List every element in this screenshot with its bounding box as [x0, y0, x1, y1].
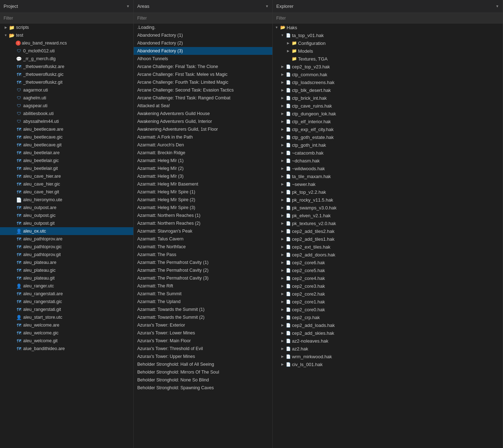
area-list-item[interactable]: Azarmatt: Heleg Mîr Spire (3): [134, 204, 272, 212]
project-tree-item[interactable]: 🛡abilitiesbook.uti: [0, 110, 133, 118]
explorer-tree-item[interactable]: 📄az2.hak: [273, 345, 503, 353]
area-list-item[interactable]: Arcane Challenge: Final Task: The Clone: [134, 63, 272, 71]
project-tree-item[interactable]: 🗺aleu_beetlecave.git: [0, 141, 133, 149]
area-list-item[interactable]: Azarmatt: Northern Reaches (1): [134, 212, 272, 219]
explorer-tree-item[interactable]: 📄cep2_core5.hak: [273, 266, 503, 274]
explorer-tree-item[interactable]: 📄az2-noleaves.hak: [273, 337, 503, 345]
explorer-tree-item[interactable]: 📄~catacomb.hak: [273, 149, 503, 157]
area-list-item[interactable]: Azarmatt: Heleg Mîr Spire (2): [134, 196, 272, 204]
area-list-item[interactable]: .Loading.: [134, 24, 272, 31]
explorer-tree-item[interactable]: 📄ctp_exp_elf_city.hak: [273, 125, 503, 133]
explorer-dropdown-arrow[interactable]: ▼: [496, 4, 499, 8]
explorer-tree-item[interactable]: 📄pk_elven_v2.1.hak: [273, 212, 503, 219]
project-tree-item[interactable]: 👤aleu_start_store.utc: [0, 313, 133, 321]
project-tree-item[interactable]: 🛡aaghelm.uti: [0, 94, 133, 102]
project-tree-item[interactable]: 🗺aleu_cave_hier.gic: [0, 180, 133, 188]
area-list-item[interactable]: Awakening Adventurers Guild, Interior: [134, 118, 272, 125]
explorer-tree-item[interactable]: 📄pk_textures_v2.0.hak: [273, 219, 503, 227]
explorer-haks-root[interactable]: 📂 Haks: [273, 24, 503, 31]
project-tree-item[interactable]: 🗺aleu_cave_hier.are: [0, 172, 133, 180]
project-tree-item[interactable]: 🗺aleu_cave_hier.git: [0, 188, 133, 196]
project-tree-item[interactable]: 🗺aleu_beetlelair.git: [0, 165, 133, 172]
project-tree-item[interactable]: 🗺aleu_outpost.gic: [0, 212, 133, 219]
area-list-item[interactable]: Awakening Adventurers Guild House: [134, 110, 272, 118]
project-tree-item[interactable]: 🗺aleu_pathtoprov.are: [0, 235, 133, 243]
project-tree-item[interactable]: 🛡0_mcloth012.uti: [0, 47, 133, 55]
area-list-item[interactable]: Azurax's Tower: Upper Mines: [134, 353, 272, 360]
area-list-item[interactable]: Azarmatt: The Rift: [134, 282, 272, 290]
explorer-tree-item[interactable]: 📁Models: [273, 47, 503, 55]
explorer-tree-item[interactable]: 📄wrm_mirkwood.hak: [273, 353, 503, 360]
explorer-tree-item[interactable]: 📄ctp_loadscreens.hak: [273, 78, 503, 86]
explorer-tree-item[interactable]: 📄ctp_brick_int.hak: [273, 94, 503, 102]
project-tree-item[interactable]: 🗺aleu_outpost.git: [0, 219, 133, 227]
explorer-tree-item[interactable]: 📄cep2_ext_tiles.hak: [273, 243, 503, 251]
explorer-tree-item[interactable]: 📁Textures, TGA: [273, 55, 503, 63]
area-list-item[interactable]: Abandoned Factory (3): [134, 47, 272, 55]
explorer-tree-item[interactable]: 📄cep2_core0.hak: [273, 306, 503, 313]
area-list-item[interactable]: Azarmatt: Auroch's Den: [134, 141, 272, 149]
explorer-tree-item[interactable]: 📄ctp_dungeon_lok.hak: [273, 110, 503, 118]
area-list-item[interactable]: Beholder Stronghold: Spawning Caves: [134, 384, 272, 392]
project-tree-item[interactable]: 🗺aleu_plateau.git: [0, 274, 133, 282]
area-list-item[interactable]: Beholder Stronghold: None So Blind: [134, 376, 272, 384]
project-tree-item[interactable]: 🗺aleu_outpost.are: [0, 204, 133, 212]
area-list-item[interactable]: Arcane Challenge: Fourth Task: Limited M…: [134, 78, 272, 86]
explorer-tree-item[interactable]: 📄cep2_core4.hak: [273, 274, 503, 282]
area-list-item[interactable]: Arcane Challenge: Third Task: Ranged Com…: [134, 94, 272, 102]
project-tree-item[interactable]: 🗺alue_bandithideo.are: [0, 345, 133, 353]
area-list-item[interactable]: Azarmatt: Towards the Summit (1): [134, 306, 272, 313]
project-tree-item[interactable]: 🛡aagspear.uti: [0, 102, 133, 110]
project-tree-item[interactable]: 🗺aleu_pathtoprov.git: [0, 251, 133, 259]
project-tree-item[interactable]: 🗺aleu_rangerstati.git: [0, 306, 133, 313]
explorer-tree-item[interactable]: 📄~sewer.hak: [273, 180, 503, 188]
project-tree-item[interactable]: 💬_rr_g_merch.dlg: [0, 55, 133, 63]
project-tree-item[interactable]: 🗺aleu_rangerstati.are: [0, 290, 133, 298]
area-list-item[interactable]: Azarmatt: The Summit: [134, 290, 272, 298]
project-tree-item[interactable]: 🗺_thetowerofluskz.are: [0, 63, 133, 71]
tree-toggle-closed[interactable]: [3, 25, 9, 30]
project-tree-item[interactable]: 🗺aleu_welcome.gic: [0, 329, 133, 337]
area-list-item[interactable]: Attacked at Sea!: [134, 102, 272, 110]
project-tree-item[interactable]: 🗺aleu_plateau.are: [0, 259, 133, 266]
area-list-item[interactable]: Azarmatt: Heleg Mîr (2): [134, 165, 272, 172]
explorer-tree-item[interactable]: 📄~wildwoods.hak: [273, 165, 503, 172]
explorer-tree-item[interactable]: 📄civ_ls_001.hak: [273, 360, 503, 368]
explorer-tree-item[interactable]: 📄cep2_add_loads.hak: [273, 321, 503, 329]
area-list-item[interactable]: Azurax's Tower: Threshold of Evil: [134, 345, 272, 353]
explorer-tree-item[interactable]: 📄~dchasm.hak: [273, 157, 503, 165]
project-tree-item[interactable]: 🗺aleu_rangerstati.gic: [0, 298, 133, 306]
explorer-tree-item[interactable]: 📄cep2_top_v23.hak: [273, 63, 503, 71]
area-list-item[interactable]: Azarmatt: Northern Reaches (2): [134, 219, 272, 227]
explorer-tree-item[interactable]: 📄ctp_elf_interior.hak: [273, 118, 503, 125]
explorer-tree-item[interactable]: 📄cep2_core1.hak: [273, 298, 503, 306]
project-tree-item[interactable]: 🛡abyssalhelm44.uti: [0, 118, 133, 125]
project-tree-item[interactable]: 🗺aleu_pathtoprov.gic: [0, 243, 133, 251]
explorer-tree-item[interactable]: 📄ta_top_v01.hak: [273, 31, 503, 39]
area-list-item[interactable]: Azarmatt: Towards the Summit (2): [134, 313, 272, 321]
explorer-tree-item[interactable]: 📄cep2_add_tiles2.hak: [273, 227, 503, 235]
project-tree-item[interactable]: 🗺aleu_beetlecave.are: [0, 125, 133, 133]
explorer-tree-item[interactable]: 📄cep2_core6.hak: [273, 259, 503, 266]
explorer-tree-item[interactable]: 📄ctp_goth_int.hak: [273, 141, 503, 149]
area-list-item[interactable]: Azarmatt: Heleg Mîr (1): [134, 157, 272, 165]
area-list-item[interactable]: Beholder Stronghold: Mirrors Of The Soul: [134, 368, 272, 376]
area-list-item[interactable]: Azurax's Tower: Main Floor: [134, 337, 272, 345]
area-list-item[interactable]: Awaknening Adventurers Guild, 1st Floor: [134, 125, 272, 133]
explorer-tree-item[interactable]: 📁Configuration: [273, 39, 503, 47]
area-list-item[interactable]: Abandoned Factory (1): [134, 31, 272, 39]
explorer-tree-item[interactable]: 📄pk_top_v2.2.hak: [273, 188, 503, 196]
explorer-tree-item[interactable]: 📄cep2_add_doors.hak: [273, 251, 503, 259]
area-list-item[interactable]: Azarmatt: The Permafrost Cavity (2): [134, 266, 272, 274]
area-list-item[interactable]: Beholder Stronghold: Hall of All Seeing: [134, 360, 272, 368]
project-tree-item[interactable]: !aleu_band_reward.ncs: [0, 39, 133, 47]
explorer-tree-item[interactable]: 📄cep2_core2.hak: [273, 290, 503, 298]
area-list-item[interactable]: Azarmatt: Talus Cavern: [134, 235, 272, 243]
explorer-tree-item[interactable]: 📄ta_tile_maxam.hak: [273, 172, 503, 180]
project-tree-item[interactable]: 🗺aleu_beetlelair.are: [0, 149, 133, 157]
area-list-item[interactable]: Alhoon Tunnels: [134, 55, 272, 63]
project-tree-item[interactable]: 🗺aleu_beetlecave.gic: [0, 133, 133, 141]
explorer-tree-item[interactable]: 📄ctp_cave_ruins.hak: [273, 102, 503, 110]
explorer-tree-item[interactable]: 📄ctp_common.hak: [273, 71, 503, 78]
area-list-item[interactable]: Azurax's Tower: Exterior: [134, 321, 272, 329]
